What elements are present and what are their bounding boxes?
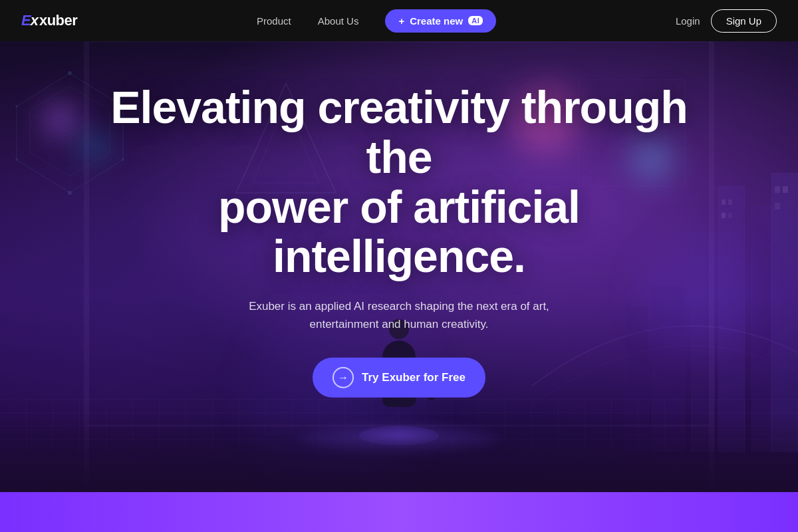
hero-section: Elevating creativity through the power o… bbox=[0, 0, 798, 492]
hero-content: Elevating creativity through the power o… bbox=[100, 82, 698, 398]
cta-arrow-icon: → bbox=[332, 366, 354, 388]
ai-badge: AI bbox=[468, 16, 483, 25]
hero-title: Elevating creativity through the power o… bbox=[100, 82, 698, 281]
hero-bottom-overlay bbox=[0, 412, 798, 492]
create-new-button[interactable]: + Create new AI bbox=[385, 9, 496, 33]
signup-button[interactable]: Sign Up bbox=[711, 9, 777, 33]
navbar: Ex xuber Product About Us + Create new A… bbox=[0, 0, 798, 41]
create-label: Create new bbox=[410, 15, 463, 27]
bottom-bar bbox=[0, 492, 798, 532]
login-button[interactable]: Login bbox=[676, 15, 700, 27]
plus-icon: + bbox=[398, 15, 404, 27]
hero-subtitle: Exuber is an applied AI research shaping… bbox=[219, 297, 579, 333]
nav-right: Login Sign Up bbox=[676, 9, 777, 33]
logo-text: xuber bbox=[39, 12, 77, 29]
try-free-button[interactable]: → Try Exuber for Free bbox=[313, 357, 485, 397]
nav-about-link[interactable]: About Us bbox=[318, 15, 359, 27]
nav-product-link[interactable]: Product bbox=[257, 15, 291, 27]
nav-center: Product About Us + Create new AI bbox=[257, 9, 496, 33]
logo[interactable]: Ex xuber bbox=[21, 12, 77, 29]
cta-label: Try Exuber for Free bbox=[362, 370, 466, 384]
logo-icon: Ex bbox=[21, 12, 38, 29]
